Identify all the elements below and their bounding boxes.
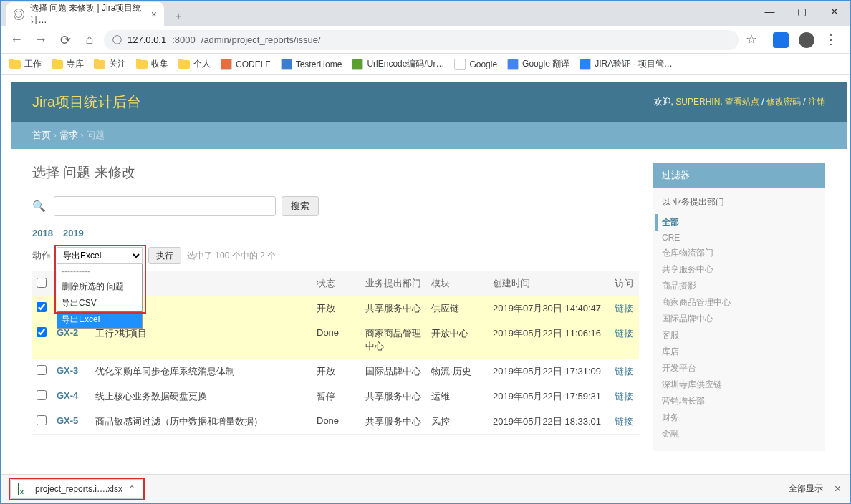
filter-item[interactable]: 开发平台 — [662, 360, 817, 377]
excel-file-icon — [18, 483, 29, 495]
bookmark-item[interactable]: TesterHome — [281, 59, 342, 70]
bookmark-item[interactable]: CODELF — [221, 59, 271, 70]
row-checkbox[interactable] — [37, 365, 47, 375]
search-input[interactable] — [54, 196, 276, 216]
year-link[interactable]: 2019 — [63, 228, 84, 238]
action-select[interactable]: 导出Excel — [57, 247, 143, 264]
breadcrumb-app[interactable]: 需求 — [59, 130, 78, 140]
filter-item[interactable]: 深圳寺库供应链 — [662, 377, 817, 393]
execute-button[interactable]: 执行 — [148, 247, 181, 264]
bookmark-label: CODELF — [236, 59, 271, 69]
url-path: /admin/project_reports/issue/ — [201, 34, 321, 45]
col-created[interactable]: 创建时间 — [489, 271, 610, 296]
download-item[interactable]: project_reports.i….xlsx ⌃ — [10, 479, 143, 499]
reload-button[interactable]: ⟳ — [55, 30, 75, 50]
col-module[interactable]: 模块 — [427, 271, 489, 296]
bookmark-label: JIRA验证 - 项目管… — [595, 58, 673, 70]
minimize-button[interactable]: — — [754, 1, 786, 22]
filter-item[interactable]: 客服 — [662, 327, 817, 344]
filter-item[interactable]: 国际品牌中心 — [662, 311, 817, 327]
folder-icon — [136, 60, 148, 69]
bookmark-star-icon[interactable] — [746, 32, 763, 49]
row-key-link[interactable]: GX-5 — [57, 415, 78, 426]
row-visit-link[interactable]: 链接 — [615, 391, 633, 402]
row-created: 2019年07月30日 14:40:47 — [489, 296, 610, 321]
bookmark-item[interactable]: Google 翻译 — [507, 58, 569, 70]
row-key-link[interactable]: GX-2 — [57, 327, 78, 338]
filter-item[interactable]: 商品摄影 — [662, 278, 817, 294]
year-link[interactable]: 2018 — [32, 228, 53, 238]
bookmark-item[interactable]: UrlEncode编码/Ur… — [352, 58, 444, 70]
row-created: 2019年05月22日 17:59:31 — [489, 384, 610, 410]
action-option[interactable]: 导出Excel — [57, 311, 142, 328]
row-name: 线上核心业务数据硬盘更换 — [91, 384, 312, 410]
col-visit[interactable]: 访问 — [610, 271, 639, 296]
filter-item[interactable]: 全部 — [655, 214, 817, 231]
action-dropdown[interactable]: ----------删除所选的 问题导出CSV导出Excel — [57, 264, 143, 329]
row-checkbox[interactable] — [37, 302, 47, 312]
row-checkbox[interactable] — [37, 390, 47, 400]
row-visit-link[interactable]: 链接 — [615, 416, 633, 427]
filter-item[interactable]: CRE — [662, 231, 817, 245]
action-option[interactable]: 删除所选的 问题 — [57, 278, 142, 295]
search-icon: 🔍 — [32, 200, 48, 213]
col-status[interactable]: 状态 — [312, 271, 361, 296]
action-option[interactable]: ---------- — [57, 264, 142, 278]
change-password-link[interactable]: 修改密码 — [766, 97, 801, 107]
bookmark-item[interactable]: JIRA验证 - 项目管… — [580, 58, 673, 70]
forward-button[interactable]: → — [31, 30, 51, 50]
bookmark-label: 个人 — [193, 58, 211, 70]
action-option[interactable]: 导出CSV — [57, 295, 142, 311]
browser-menu-button[interactable] — [824, 32, 842, 49]
row-visit-link[interactable]: 链接 — [615, 366, 633, 377]
filter-item[interactable]: 财务 — [662, 410, 817, 426]
new-tab-button[interactable]: + — [168, 6, 188, 26]
profile-avatar[interactable] — [799, 32, 814, 48]
view-site-link[interactable]: 查看站点 — [725, 97, 759, 107]
back-button[interactable]: ← — [6, 30, 27, 50]
browser-tab-active[interactable]: 选择 问题 来修改 | Jira项目统计… × — [6, 2, 164, 26]
row-key-link[interactable]: GX-3 — [57, 365, 78, 376]
site-icon — [507, 59, 519, 70]
filter-item[interactable]: 仓库物流部门 — [662, 245, 817, 261]
row-module: 开放中心 — [427, 321, 489, 359]
bookmark-label: Google 翻译 — [522, 58, 569, 70]
close-downloads-bar[interactable]: × — [835, 483, 841, 495]
info-icon: ⓘ — [112, 34, 122, 47]
logout-link[interactable]: 注销 — [808, 97, 825, 107]
row-visit-link[interactable]: 链接 — [615, 303, 633, 314]
row-status: 开放 — [312, 296, 361, 321]
col-dept[interactable]: 业务提出部门 — [361, 271, 427, 296]
show-all-downloads[interactable]: 全部显示 — [789, 483, 823, 495]
filter-item[interactable]: 库店 — [662, 344, 817, 360]
row-visit-link[interactable]: 链接 — [615, 328, 633, 339]
bookmark-item[interactable]: Google — [454, 59, 497, 70]
filter-item[interactable]: 金融 — [662, 426, 817, 442]
breadcrumb-home[interactable]: 首页 — [32, 130, 51, 140]
maximize-button[interactable]: ▢ — [786, 1, 818, 22]
address-bar[interactable]: ⓘ 127.0.0.1:8000/admin/project_reports/i… — [104, 30, 739, 50]
home-button[interactable]: ⌂ — [80, 30, 100, 50]
site-title: Jira项目统计后台 — [32, 92, 141, 112]
bookmark-item[interactable]: 工作 — [9, 58, 42, 70]
select-all-checkbox[interactable] — [37, 278, 47, 288]
row-checkbox[interactable] — [37, 415, 47, 425]
extension-icon[interactable] — [773, 32, 789, 48]
tab-close-button[interactable]: × — [151, 9, 157, 20]
search-button[interactable]: 搜索 — [282, 196, 319, 216]
row-checkbox[interactable] — [37, 327, 47, 337]
close-window-button[interactable]: ✕ — [818, 1, 850, 22]
bookmark-item[interactable]: 个人 — [178, 58, 211, 70]
bookmark-item[interactable]: 收集 — [136, 58, 168, 70]
filter-item[interactable]: 营销增长部 — [662, 393, 817, 410]
filter-item[interactable]: 商家商品管理中心 — [662, 294, 817, 311]
selection-count: 选中了 100 个中的 2 个 — [187, 250, 276, 262]
bookmark-item[interactable]: 寺库 — [52, 58, 84, 70]
username-link[interactable]: SUPERHIN — [675, 97, 720, 107]
row-created: 2019年05月22日 18:33:01 — [489, 410, 610, 435]
bookmarks-bar: 工作寺库关注收集个人CODELFTesterHomeUrlEncode编码/Ur… — [1, 54, 850, 75]
bookmark-item[interactable]: 关注 — [94, 58, 126, 70]
chevron-up-icon[interactable]: ⌃ — [128, 484, 135, 494]
filter-item[interactable]: 共享服务中心 — [662, 261, 817, 278]
row-key-link[interactable]: GX-4 — [57, 390, 78, 401]
